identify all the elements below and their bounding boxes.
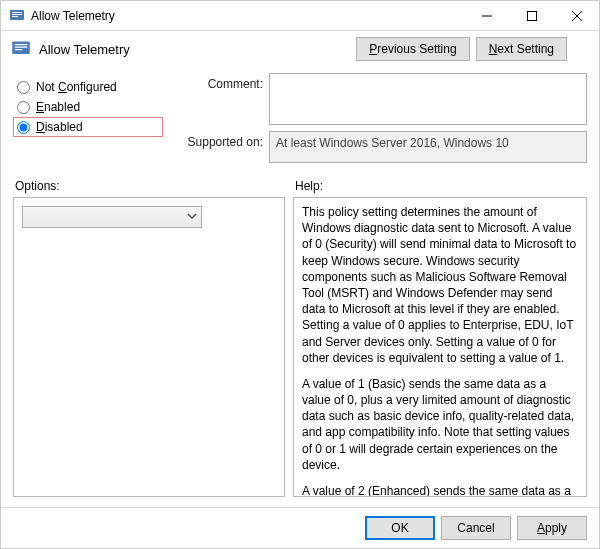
title-bar: Allow Telemetry bbox=[1, 1, 599, 31]
options-label: Options: bbox=[13, 179, 293, 193]
supported-on-value: At least Windows Server 2016, Windows 10 bbox=[269, 131, 587, 163]
next-setting-button[interactable]: Next Setting bbox=[476, 37, 567, 61]
options-dropdown[interactable] bbox=[22, 206, 202, 228]
svg-rect-10 bbox=[15, 47, 28, 48]
help-label: Help: bbox=[293, 179, 587, 193]
ok-button[interactable]: OK bbox=[365, 516, 435, 540]
header-row: Allow Telemetry Previous Setting Next Se… bbox=[1, 31, 599, 65]
chevron-down-icon bbox=[187, 210, 197, 224]
close-button[interactable] bbox=[554, 1, 599, 31]
help-paragraph: This policy setting determines the amoun… bbox=[302, 204, 578, 366]
policy-icon bbox=[9, 8, 25, 24]
policy-icon bbox=[11, 39, 31, 59]
radio-enabled-label: Enabled bbox=[36, 100, 80, 114]
svg-rect-11 bbox=[15, 49, 23, 50]
svg-rect-5 bbox=[527, 11, 536, 20]
svg-rect-9 bbox=[15, 44, 28, 45]
radio-disabled-input[interactable] bbox=[17, 121, 30, 134]
help-panel[interactable]: This policy setting determines the amoun… bbox=[293, 197, 587, 497]
maximize-button[interactable] bbox=[509, 1, 554, 31]
dialog-footer: OK Cancel Apply bbox=[1, 507, 599, 548]
minimize-button[interactable] bbox=[464, 1, 509, 31]
radio-disabled[interactable]: Disabled bbox=[13, 117, 163, 137]
svg-rect-3 bbox=[12, 16, 18, 17]
svg-rect-1 bbox=[12, 12, 22, 13]
comment-label: Comment: bbox=[173, 73, 263, 125]
policy-title: Allow Telemetry bbox=[39, 42, 348, 57]
help-paragraph: A value of 1 (Basic) sends the same data… bbox=[302, 376, 578, 473]
state-radio-group: Not Configured Enabled Disabled bbox=[13, 73, 163, 169]
comment-textarea[interactable] bbox=[269, 73, 587, 125]
window-title: Allow Telemetry bbox=[31, 9, 464, 23]
help-paragraph: A value of 2 (Enhanced) sends the same d… bbox=[302, 483, 578, 497]
radio-disabled-label: Disabled bbox=[36, 120, 83, 134]
radio-enabled-input[interactable] bbox=[17, 101, 30, 114]
radio-not-configured[interactable]: Not Configured bbox=[13, 77, 163, 97]
cancel-button[interactable]: Cancel bbox=[441, 516, 511, 540]
apply-button[interactable]: Apply bbox=[517, 516, 587, 540]
supported-on-label: Supported on: bbox=[173, 131, 263, 163]
svg-rect-2 bbox=[12, 14, 22, 15]
radio-enabled[interactable]: Enabled bbox=[13, 97, 163, 117]
radio-not-configured-input[interactable] bbox=[17, 81, 30, 94]
radio-not-configured-label: Not Configured bbox=[36, 80, 117, 94]
previous-setting-button[interactable]: Previous Setting bbox=[356, 37, 469, 61]
options-panel bbox=[13, 197, 285, 497]
